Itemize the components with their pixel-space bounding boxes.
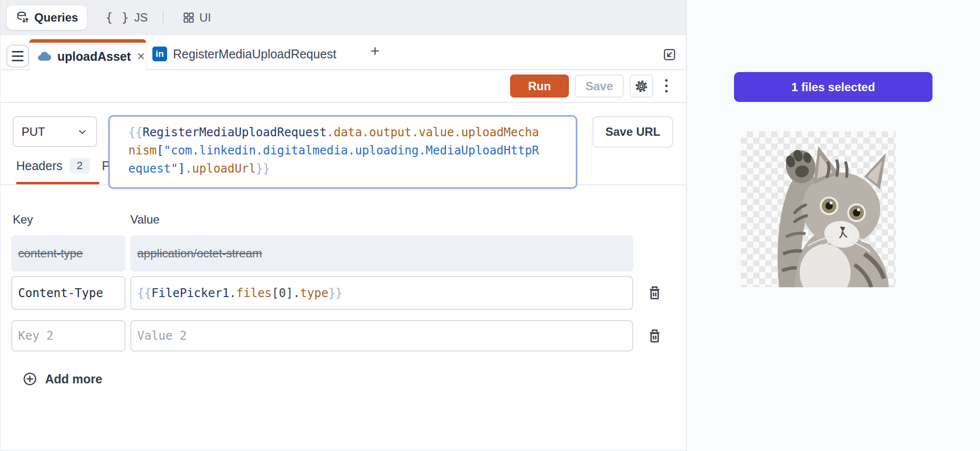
key-placeholder: Key 2 [18,329,53,343]
tab-registermediauploadrequest-label: RegisterMediaUploadRequest [173,47,337,61]
add-more-label: Add more [45,372,102,386]
header-value-input[interactable]: {{FilePicker1.files[0].type}} [130,276,633,310]
header-key-input-empty[interactable]: Key 2 [11,320,125,351]
plus-circle-icon [23,372,37,386]
tab-headers[interactable]: Headers 2 [16,158,90,174]
url-code-line: {{RegisterMediaUploadRequest.data.output… [128,124,568,142]
file-picker-button[interactable]: 1 files selected [734,72,932,102]
delete-header-row-button[interactable] [645,283,664,303]
headers-count-badge: 2 [70,158,90,174]
tab-uploadasset-label: uploadAsset [57,50,131,64]
new-query-button[interactable]: + [370,42,380,60]
close-icon[interactable]: × [137,50,145,63]
ui-tab[interactable]: UI [182,11,211,25]
app-preview-panel: 1 files selected [686,0,980,451]
queries-tab[interactable]: Queries [7,5,87,30]
linkedin-icon: in [152,47,167,61]
run-button[interactable]: Run [510,75,569,98]
delete-header-row-button[interactable] [645,326,664,346]
tab-registermediauploadrequest[interactable]: in RegisterMediaUploadRequest [152,41,337,67]
header-value-input-empty[interactable]: Value 2 [130,320,633,351]
kebab-icon [664,78,668,95]
http-method-select[interactable]: PUT [13,116,97,147]
braces-icon: { } [105,11,129,25]
header-value-input-disabled: application/octet-stream [130,235,633,272]
save-button[interactable]: Save [575,75,624,98]
header-key-input[interactable]: Content-Type [11,276,125,310]
more-options-button[interactable] [659,75,674,98]
database-icon [16,11,29,25]
trash-icon [647,328,662,345]
grid-icon [182,11,195,24]
value-placeholder: Value 2 [137,329,187,343]
query-tab-bar: uploadAsset × in RegisterMediaUploadRequ… [0,35,686,70]
js-tab-label: JS [134,11,148,25]
trash-icon [647,285,662,301]
toolbar-divider [163,10,164,25]
http-method-value: PUT [22,125,45,139]
url-code-line: nism["com.linkedin.digitalmedia.uploadin… [128,142,568,160]
tab-uploadasset[interactable]: uploadAsset × [29,39,147,70]
save-url-button[interactable]: Save URL [592,116,673,148]
uploaded-image-preview [741,131,896,287]
cloud-icon [36,49,52,64]
key-column-header: Key [13,213,33,226]
settings-button[interactable] [630,75,653,98]
url-code-line: equest"].uploadUrl}} [128,160,568,178]
header-key-input-disabled: content-type [11,235,125,272]
value-column-header: Value [130,213,160,226]
popout-icon[interactable] [662,47,677,62]
query-editor-panel: Queries { } JS UI [0,0,686,451]
app-window: Queries { } JS UI [0,0,980,451]
top-toolbar: Queries { } JS UI [0,0,686,35]
active-subtab-underline [16,182,99,184]
add-more-button[interactable]: Add more [23,372,102,386]
query-action-bar: Run Save [0,70,686,103]
url-code-input[interactable]: {{RegisterMediaUploadRequest.data.output… [108,115,577,189]
ui-tab-label: UI [199,11,211,25]
cat-image [741,131,896,287]
js-tab[interactable]: { } JS [105,11,147,25]
tab-headers-label: Headers [16,159,63,173]
queries-tab-label: Queries [34,11,78,25]
chevron-down-icon [76,126,88,138]
gear-icon [634,79,649,94]
query-list-menu-button[interactable] [6,45,29,68]
